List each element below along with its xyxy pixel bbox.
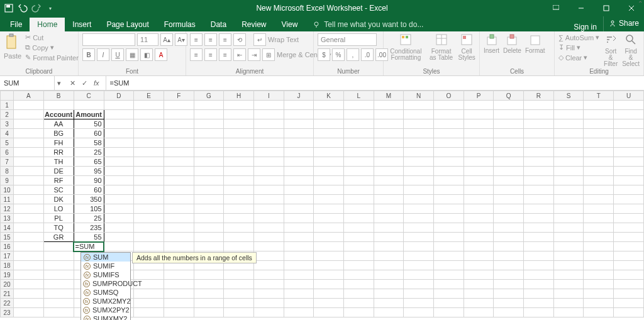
cell[interactable] [464,233,494,242]
cell[interactable] [374,308,404,317]
indent-dec-icon[interactable]: ⇤ [233,48,246,61]
cell[interactable] [614,214,644,223]
cell[interactable] [434,251,464,261]
cell[interactable] [284,101,314,110]
cell[interactable] [284,157,314,167]
cell[interactable] [343,110,374,119]
cell[interactable]: 60 [74,129,104,138]
cell[interactable] [194,233,224,242]
cell[interactable] [343,223,374,233]
cell[interactable] [614,233,644,242]
row-header[interactable]: 14 [1,223,14,233]
cell[interactable] [343,185,374,195]
cell[interactable] [524,148,554,157]
cell[interactable] [13,214,43,223]
cell[interactable] [553,233,584,242]
fill-button[interactable]: ↧ Fill ▾ [558,43,599,52]
cell[interactable] [284,214,314,223]
cell[interactable]: GR [43,233,74,242]
cell[interactable] [434,280,464,289]
cell[interactable] [494,233,524,242]
column-header[interactable]: E [134,91,164,101]
cell[interactable] [224,204,254,214]
cell[interactable] [284,261,314,270]
cell[interactable] [374,185,404,195]
cell[interactable] [134,101,164,110]
cell[interactable] [194,242,224,251]
cell[interactable] [614,251,644,261]
cell[interactable] [164,176,194,185]
cell[interactable] [434,157,464,167]
cell[interactable] [464,157,494,167]
tell-me[interactable]: Tell me what you want to do... [305,18,431,31]
cell[interactable] [253,157,284,167]
cell[interactable] [464,167,494,176]
cell[interactable] [553,223,584,233]
cell[interactable] [494,242,524,251]
cell[interactable] [253,270,284,280]
row-header[interactable]: 2 [1,110,14,119]
cell[interactable] [524,261,554,270]
cell[interactable] [164,223,194,233]
cell[interactable] [134,176,164,185]
indent-inc-icon[interactable]: ⇥ [248,48,260,61]
cell[interactable] [494,299,524,308]
cell[interactable] [314,233,344,242]
column-header[interactable]: N [404,91,434,101]
cell[interactable] [13,223,43,233]
cell[interactable] [524,289,554,299]
cell[interactable] [584,261,614,270]
font-size-dropdown[interactable]: 11 [137,33,158,46]
enter-formula-icon[interactable]: ✓ [82,79,87,87]
cell[interactable] [494,185,524,195]
column-header[interactable]: F [164,91,194,101]
cell[interactable] [284,280,314,289]
cell[interactable] [464,299,494,308]
cell[interactable] [253,233,284,242]
cell[interactable] [374,176,404,185]
cell[interactable] [104,204,134,214]
cell[interactable] [464,176,494,185]
cell[interactable] [464,308,494,317]
cell[interactable] [284,289,314,299]
cell[interactable] [404,289,434,299]
cell[interactable] [194,148,224,157]
cell[interactable] [614,185,644,195]
cut-button[interactable]: ✂ Cut [25,33,79,41]
cell[interactable] [13,280,43,289]
cell[interactable] [434,223,464,233]
increase-font-icon[interactable]: A▴ [160,33,173,46]
cell[interactable] [134,185,164,195]
cell[interactable] [284,223,314,233]
cell[interactable] [494,289,524,299]
cell[interactable]: BG [43,129,74,138]
cell[interactable] [284,138,314,148]
cell[interactable] [374,110,404,119]
cell[interactable] [404,214,434,223]
cell[interactable] [374,280,404,289]
cell[interactable] [434,242,464,251]
cell[interactable] [314,270,344,280]
cell[interactable] [194,119,224,129]
autocomplete-item[interactable]: fxSUMSQ [81,288,130,297]
cell[interactable] [253,119,284,129]
cell[interactable] [614,119,644,129]
cell[interactable] [404,233,434,242]
cell[interactable]: AA [43,119,74,129]
cell[interactable] [434,138,464,148]
row-header[interactable]: 5 [1,138,14,148]
cell[interactable] [584,299,614,308]
cell[interactable]: PL [43,214,74,223]
cell[interactable] [314,148,344,157]
format-painter-button[interactable]: ✎ Format Painter [25,53,79,62]
cell[interactable] [584,101,614,110]
cell[interactable] [253,195,284,204]
cell[interactable] [584,233,614,242]
column-header[interactable]: Q [494,91,524,101]
cell[interactable] [553,204,584,214]
cell[interactable] [253,289,284,299]
cell[interactable] [494,138,524,148]
formula-input[interactable]: =SUM [106,79,644,87]
cell[interactable] [584,251,614,261]
cell[interactable] [134,242,164,251]
